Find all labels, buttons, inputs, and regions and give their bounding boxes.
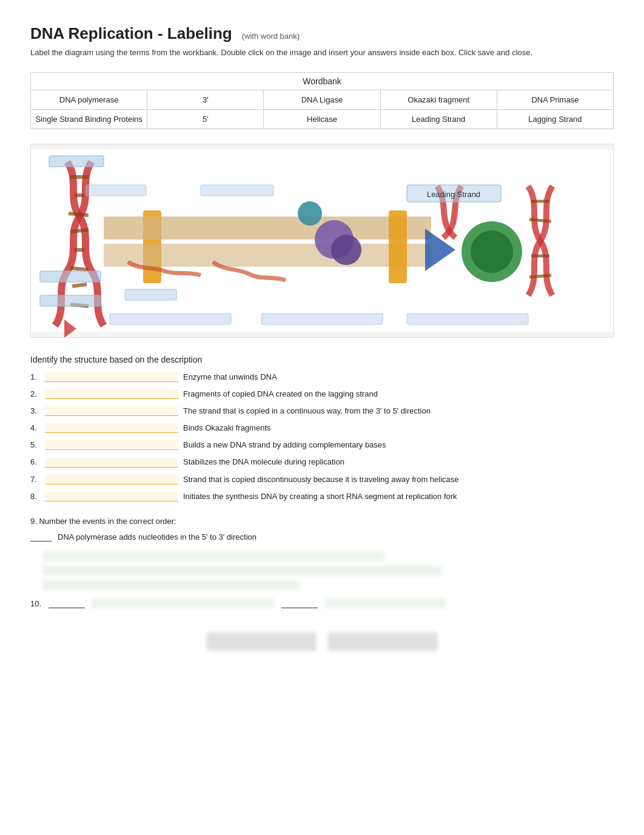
svg-line-3 xyxy=(69,213,89,215)
wordbank-cell-1-3: DNA Ligase xyxy=(264,90,380,109)
list-item: 5. Builds a new DNA strand by adding com… xyxy=(30,440,614,451)
item-desc-1: Enzyme that unwinds DNA xyxy=(183,372,277,383)
item-num-1: 1. xyxy=(30,372,42,383)
list-item: 7. Strand that is copied discontinuously… xyxy=(30,474,614,485)
wordbank-cell-2-1: Single Strand Binding Proteins xyxy=(31,110,147,129)
wordbank-cell-1-5: DNA Primase xyxy=(497,90,613,109)
svg-line-26 xyxy=(529,275,551,277)
answer-line-3[interactable] xyxy=(45,406,178,416)
list-item: 4. Binds Okazaki fragments xyxy=(30,423,614,434)
svg-rect-30 xyxy=(201,185,273,196)
item-num-8: 8. xyxy=(30,491,42,502)
item-num-6: 6. xyxy=(30,457,42,468)
item-num-5: 5. xyxy=(30,440,42,451)
item-desc-4: Binds Okazaki fragments xyxy=(183,423,271,434)
svg-rect-29 xyxy=(86,185,146,196)
item-num-3: 3. xyxy=(30,406,42,417)
wordbank-cell-2-2: 5' xyxy=(147,110,264,129)
answer-line-1[interactable] xyxy=(45,372,178,382)
svg-point-17 xyxy=(331,235,361,265)
answer-line-2[interactable] xyxy=(45,389,178,399)
instructions-text: Label the diagram using the terms from t… xyxy=(30,47,614,59)
list-item: 6. Stabilizes the DNA molecule during re… xyxy=(30,457,614,468)
number-item-1: DNA polymerase adds nucleotides in the 5… xyxy=(30,532,614,542)
wordbank-cell-2-4: Leading Strand xyxy=(381,110,497,129)
item-desc-8: Initiates the synthesis DNA by creating … xyxy=(183,491,457,502)
footer-buttons-area xyxy=(30,632,614,651)
number-section: 9. Number the events in the correct orde… xyxy=(30,517,614,651)
identify-section-title: Identify the structure based on the desc… xyxy=(30,355,614,364)
identify-list: 1. Enzyme that unwinds DNA 2. Fragments … xyxy=(30,372,614,503)
page-subtitle: (with word bank) xyxy=(242,32,300,41)
svg-text:Leading Strand: Leading Strand xyxy=(427,190,480,199)
svg-rect-32 xyxy=(261,314,383,324)
svg-point-20 xyxy=(471,230,513,273)
svg-rect-31 xyxy=(110,314,231,324)
wordbank-row-2: Single Strand Binding Proteins 5' Helica… xyxy=(31,110,613,129)
number-item-text-1: DNA polymerase adds nucleotides in the 5… xyxy=(58,532,257,542)
wordbank-cell-1-4: Okazaki fragment xyxy=(381,90,497,109)
list-item: 3. The strand that is copied in a contin… xyxy=(30,406,614,417)
item-desc-3: The strand that is copied in a continuou… xyxy=(183,406,431,417)
svg-line-24 xyxy=(529,220,551,221)
item-desc-5: Builds a new DNA strand by adding comple… xyxy=(183,440,386,451)
wordbank: Wordbank DNA polymerase 3' DNA Ligase Ok… xyxy=(30,72,614,129)
number-blank-1[interactable] xyxy=(30,532,52,542)
svg-rect-14 xyxy=(104,216,431,240)
item-desc-7: Strand that is copied discontinuously be… xyxy=(183,474,459,485)
item-num-4: 4. xyxy=(30,423,42,434)
item-desc-6: Stabilizes the DNA molecule during repli… xyxy=(183,457,344,468)
item-desc-2: Fragments of copied DNA created on the l… xyxy=(183,389,378,400)
page-title: DNA Replication - Labeling xyxy=(30,24,232,43)
svg-rect-10 xyxy=(40,271,101,282)
svg-line-4 xyxy=(70,230,89,232)
diagram-area[interactable]: Leading Strand xyxy=(30,144,614,338)
list-item: 8. Initiates the synthesis DNA by creati… xyxy=(30,491,614,502)
number-section-title: 9. Number the events in the correct orde… xyxy=(30,517,614,526)
svg-rect-9 xyxy=(49,156,104,167)
svg-rect-22 xyxy=(389,210,407,283)
list-item: 1. Enzyme that unwinds DNA xyxy=(30,372,614,383)
svg-point-18 xyxy=(298,201,322,226)
answer-line-6[interactable] xyxy=(45,458,178,468)
wordbank-cell-1-2: 3' xyxy=(147,90,264,109)
svg-rect-11 xyxy=(40,295,101,306)
answer-line-8[interactable] xyxy=(45,492,178,501)
answer-line-7[interactable] xyxy=(45,475,178,485)
bottom-blurred-row: 10. xyxy=(30,599,614,608)
wordbank-cell-1-1: DNA polymerase xyxy=(31,90,147,109)
svg-rect-15 xyxy=(104,244,431,267)
svg-line-7 xyxy=(72,284,87,286)
wordbank-row-1: DNA polymerase 3' DNA Ligase Okazaki fra… xyxy=(31,90,613,110)
blurred-items xyxy=(30,551,614,590)
wordbank-cell-2-5: Lagging Strand xyxy=(497,110,613,129)
item-num-2: 2. xyxy=(30,389,42,400)
wordbank-cell-2-3: Helicase xyxy=(264,110,380,129)
answer-line-4[interactable] xyxy=(45,423,178,433)
item-num-7: 7. xyxy=(30,474,42,485)
svg-line-6 xyxy=(70,268,89,270)
svg-rect-33 xyxy=(407,314,528,324)
answer-line-5[interactable] xyxy=(45,440,178,450)
wordbank-title: Wordbank xyxy=(31,73,613,90)
svg-rect-13 xyxy=(125,289,176,300)
list-item: 2. Fragments of copied DNA created on th… xyxy=(30,389,614,400)
title-row: DNA Replication - Labeling (with word ba… xyxy=(30,24,614,43)
